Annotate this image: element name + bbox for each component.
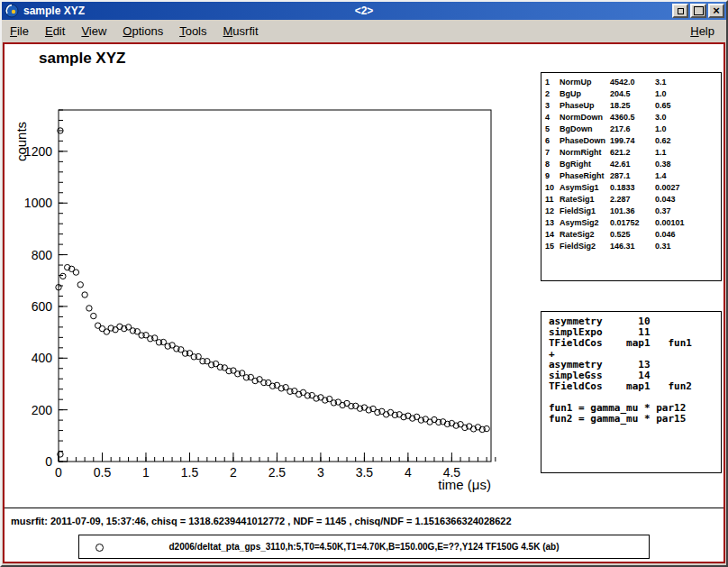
window-controls: ×: [672, 4, 724, 18]
param-row: 10AsymSig10.18330.0027: [545, 182, 721, 194]
param-error: 3.0: [655, 112, 721, 123]
y-tick-label: 600: [32, 299, 53, 314]
param-name: NormUp: [560, 77, 610, 88]
param-rows: 1NormUp4542.03.12BgUp204.51.03PhaseUp18.…: [545, 77, 721, 252]
menu-help[interactable]: Help: [682, 22, 723, 41]
param-row: 5BgDown217.61.0: [545, 123, 721, 135]
param-row: 15FieldSig2146.310.31: [545, 241, 721, 252]
data-point: [73, 270, 78, 275]
x-axis: 00.511.522.533.544.5: [55, 453, 496, 480]
menu-file[interactable]: File: [2, 22, 37, 41]
param-value: 621.2: [610, 147, 655, 159]
minimize-icon: [678, 8, 684, 14]
main-pad[interactable]: sample XYZ 00.511.522.533.544.5020040060…: [5, 44, 723, 508]
param-row: 7NormRight621.21.1: [545, 147, 721, 159]
param-row: 6PhaseDown199.740.62: [545, 135, 721, 147]
param-name: AsymSig2: [560, 217, 610, 229]
param-name: BgUp: [560, 88, 610, 100]
close-icon: ×: [713, 6, 720, 15]
data-point: [60, 273, 66, 279]
x-tick-label: 3.5: [356, 465, 374, 480]
param-value: 146.31: [610, 241, 655, 252]
param-error: 0.38: [655, 159, 721, 170]
param-n: 12: [545, 206, 560, 217]
param-name: BgRight: [560, 159, 610, 170]
menu-edit[interactable]: Edit: [37, 22, 73, 41]
y-tick-label: 1000: [24, 196, 52, 210]
param-error: 0.37: [655, 206, 721, 217]
maximize-icon: [694, 6, 704, 15]
menu-view[interactable]: View: [73, 22, 114, 41]
param-value: 4360.5: [610, 112, 655, 123]
x-tick-label: 2: [230, 465, 237, 480]
data-point: [91, 313, 96, 318]
param-error: 0.65: [655, 100, 721, 112]
menu-musrfit[interactable]: Musrfit: [215, 22, 267, 41]
menu-tools[interactable]: Tools: [171, 22, 214, 41]
close-button[interactable]: ×: [708, 4, 724, 18]
data-point: [352, 403, 358, 408]
param-error: 0.046: [655, 229, 721, 241]
param-name: PhaseRight: [560, 170, 610, 182]
theory-line: fun2 = gamma_mu * par15: [549, 414, 721, 425]
param-error: 0.0027: [655, 182, 721, 194]
legend-text: d2006/deltat_pta_gps_3110,h:5,T0=4.50K,T…: [79, 542, 649, 552]
param-n: 15: [545, 241, 560, 252]
titlebar[interactable]: sample XYZ <2> ×: [2, 2, 726, 20]
param-name: RateSig1: [560, 194, 610, 206]
menu-options[interactable]: Options: [114, 22, 171, 41]
param-n: 3: [545, 100, 560, 112]
menubar: File Edit View Options Tools Musrfit Hel…: [2, 20, 726, 42]
param-n: 1: [545, 77, 560, 88]
x-tick-label: 3: [317, 465, 324, 480]
param-name: BgDown: [560, 123, 610, 135]
data-point: [77, 282, 83, 288]
fit-status-text: musrfit: 2011-07-09, 15:37:46, chisq = 1…: [11, 516, 512, 526]
param-value: 0.525: [610, 229, 655, 241]
param-value: 101.36: [610, 206, 655, 217]
param-value: 199.74: [610, 135, 655, 147]
param-name: NormDown: [560, 112, 610, 123]
data-point: [196, 353, 201, 359]
param-value: 42.61: [610, 159, 655, 170]
x-tick-label: 0: [55, 465, 62, 480]
param-value: 0.01752: [610, 217, 655, 229]
y-tick-label: 200: [32, 403, 53, 417]
data-point: [86, 306, 92, 311]
fit-parameters-box[interactable]: 1NormUp4542.03.12BgUp204.51.03PhaseUp18.…: [541, 72, 722, 281]
histogram-plot[interactable]: 00.511.522.533.544.502004006008001000120…: [5, 80, 523, 504]
x-tick-label: 1: [142, 465, 150, 480]
legend-box[interactable]: d2006/deltat_pta_gps_3110,h:5,T0=4.50K,T…: [78, 535, 650, 559]
y-axis-title: counts: [14, 122, 29, 161]
param-value: 4542.0: [610, 77, 655, 88]
window-badge: <2>: [355, 5, 374, 17]
theory-lines: asymmetry 10simplExpo 11TFieldCos map1 f…: [549, 316, 721, 425]
minimize-button[interactable]: [672, 4, 688, 18]
theory-line: TFieldCos map1 fun2: [549, 381, 721, 392]
param-n: 2: [545, 88, 560, 100]
param-value: 217.6: [610, 123, 655, 135]
param-error: 0.043: [655, 194, 721, 206]
param-n: 11: [545, 194, 560, 206]
param-row: 13AsymSig20.017520.00101: [545, 217, 721, 229]
param-n: 10: [545, 182, 560, 194]
param-error: 1.1: [655, 147, 721, 159]
root-canvas[interactable]: sample XYZ 00.511.522.533.544.5020040060…: [3, 42, 725, 563]
param-n: 13: [545, 217, 560, 229]
root-logo-icon: [5, 4, 19, 18]
data-point: [396, 412, 402, 417]
param-error: 0.31: [655, 241, 721, 252]
param-value: 18.25: [610, 100, 655, 112]
param-row: 11RateSig12.2870.043: [545, 194, 721, 206]
canvas-title: sample XYZ: [39, 50, 125, 68]
data-points: [56, 128, 490, 457]
theory-box[interactable]: asymmetry 10simplExpo 11TFieldCos map1 f…: [541, 311, 722, 473]
param-row: 8BgRight42.610.38: [545, 159, 721, 170]
maximize-button[interactable]: [690, 4, 706, 18]
x-axis-title: time (μs): [438, 477, 491, 492]
param-row: 14RateSig20.5250.046: [545, 229, 721, 241]
param-row: 2BgUp204.51.0: [545, 88, 721, 100]
param-value: 204.5: [610, 88, 655, 100]
param-n: 7: [545, 147, 560, 159]
param-row: 4NormDown4360.53.0: [545, 112, 721, 123]
